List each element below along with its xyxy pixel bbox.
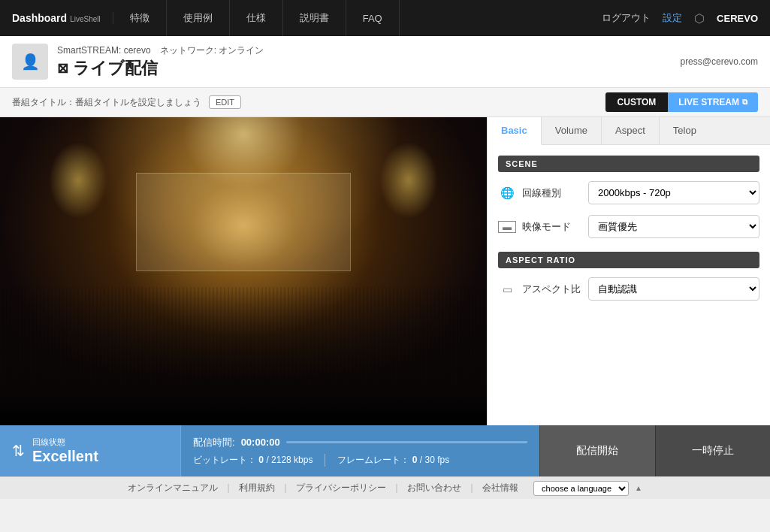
livestream-button[interactable]: LIVE STREAM ⧉ [668, 92, 758, 112]
nav-tabs: 特徴 使用例 仕様 説明書 FAQ [113, 0, 602, 36]
footer-sep-3: ｜ [392, 482, 401, 494]
bottom-bar: ⇅ 回線状態 Excellent 配信時間: 00:00:00 ビットレート： … [0, 425, 770, 476]
livestream-label: LIVE STREAM [678, 97, 739, 107]
tab-aspect[interactable]: Aspect [602, 117, 660, 144]
footer-link-terms[interactable]: 利用規約 [239, 482, 275, 494]
footer-link-contact[interactable]: お問い合わせ [407, 482, 461, 494]
footer-link-manual[interactable]: オンラインマニュアル [128, 482, 218, 494]
bitrate-stat: ビットレート： 0 / 2128 kbps [193, 454, 325, 467]
title-icon: ⊠ [57, 60, 68, 77]
time-value: 00:00:00 [241, 437, 280, 448]
framerate-stat: フレームレート： 0 / 30 fps [337, 454, 449, 467]
brand-name: CEREVO [717, 13, 758, 24]
nav-tab-manual[interactable]: 説明書 [283, 0, 346, 36]
subheader-left: 👤 SmartSTREAM: cerevo ネットワーク: オンライン ⊠ ライ… [12, 44, 264, 80]
bitrate-stat-value: 0 [258, 455, 264, 465]
videomode-label: 映像モード [522, 220, 582, 234]
panel-body: SCENE 🌐 回線種別 2000kbps - 720p 500kbps - 3… [488, 145, 770, 425]
nav-tab-features[interactable]: 特徴 [113, 0, 167, 36]
aspect-icon: ▭ [498, 283, 516, 295]
settings-button[interactable]: 設定 [663, 11, 682, 25]
brand-icon: ⬡ [694, 11, 705, 26]
video-icon: ▬ [498, 221, 516, 233]
signal-icon: ⇅ [12, 442, 25, 460]
field-row-videomode: ▬ 映像モード 画質優先 動き優先 標準 [498, 215, 759, 238]
nav-tab-usage[interactable]: 使用例 [167, 0, 230, 36]
subheader-title: ⊠ ライブ配信 [57, 57, 264, 80]
language-select[interactable]: choose a language English 日本語 [533, 481, 629, 496]
status-section: ⇅ 回線状態 Excellent [0, 425, 180, 476]
bitrate-stat-max: 2128 kbps [271, 455, 313, 465]
stream-stats: ビットレート： 0 / 2128 kbps フレームレート： 0 / 30 fp… [193, 454, 527, 467]
scene-section-header: SCENE [498, 156, 759, 172]
stream-info: 配信時間: 00:00:00 ビットレート： 0 / 2128 kbps フレー… [180, 425, 539, 476]
subheader: 👤 SmartSTREAM: cerevo ネットワーク: オンライン ⊠ ライ… [0, 36, 770, 88]
pause-button[interactable]: 一時停止 [655, 425, 771, 476]
avatar: 👤 [12, 44, 48, 80]
right-panel: Basic Volume Aspect Telop SCENE 🌐 回線種別 2… [487, 117, 770, 425]
footer: オンラインマニュアル ｜ 利用規約 ｜ プライバシーポリシー ｜ お問い合わせ … [0, 476, 770, 499]
custom-button[interactable]: CUSTOM [605, 92, 669, 112]
nav-right: ログアウト 設定 ⬡ CEREVO [602, 11, 770, 26]
external-link-icon: ⧉ [742, 98, 747, 107]
videomode-select[interactable]: 画質優先 動き優先 標準 [588, 215, 759, 238]
video-background [0, 117, 487, 425]
field-row-aspect: ▭ アスペクト比 自動認識 4:3 16:9 1:1 [498, 277, 759, 301]
subheader-meta: SmartSTREAM: cerevo ネットワーク: オンライン [57, 44, 264, 57]
framerate-stat-label: フレームレート： [337, 455, 409, 465]
stage-lights-left [49, 142, 107, 219]
tab-basic[interactable]: Basic [488, 117, 542, 145]
status-info: 回線状態 Excellent [32, 437, 98, 465]
action-buttons-bar: 配信開始 一時停止 [539, 425, 770, 476]
main-content: Basic Volume Aspect Telop SCENE 🌐 回線種別 2… [0, 117, 770, 425]
start-button[interactable]: 配信開始 [539, 425, 655, 476]
bitrate-label: 回線種別 [522, 186, 582, 200]
footer-sep-1: ｜ [224, 482, 233, 494]
video-area [0, 117, 487, 425]
framerate-stat-max: 30 fps [424, 455, 449, 465]
aspect-select[interactable]: 自動認識 4:3 16:9 1:1 [588, 277, 759, 301]
subheader-info: SmartSTREAM: cerevo ネットワーク: オンライン ⊠ ライブ配… [57, 44, 264, 80]
tab-telop[interactable]: Telop [660, 117, 710, 144]
time-label: 配信時間: [193, 436, 235, 449]
globe-icon: 🌐 [498, 186, 516, 200]
program-label: 番組タイトル：番組タイトルを設定しましょう [12, 96, 201, 109]
panel-tabs: Basic Volume Aspect Telop [488, 117, 770, 145]
aspect-section-header: ASPECT RATIO [498, 252, 759, 268]
footer-link-company[interactable]: 会社情報 [482, 482, 518, 494]
program-info: 番組タイトル：番組タイトルを設定しましょう EDIT [12, 95, 241, 109]
logo-sub: LiveShell [70, 15, 101, 23]
bitrate-stat-label: ビットレート： [193, 455, 256, 465]
program-bar: 番組タイトル：番組タイトルを設定しましょう EDIT CUSTOM LIVE S… [0, 88, 770, 117]
crowd-silhouettes [0, 287, 487, 410]
user-email: press@cerevo.com [680, 56, 758, 67]
time-progress-bar [286, 441, 527, 443]
status-value: Excellent [32, 448, 98, 465]
edit-button[interactable]: EDIT [209, 95, 241, 109]
footer-sep-4: ｜ [467, 482, 476, 494]
field-row-bitrate: 🌐 回線種別 2000kbps - 720p 500kbps - 360p 10… [498, 181, 759, 204]
stream-time-row: 配信時間: 00:00:00 [193, 436, 527, 449]
nav-logo: Dashboard LiveShell [0, 12, 113, 24]
logo-text: Dashboard [12, 12, 67, 24]
action-buttons: CUSTOM LIVE STREAM ⧉ [605, 92, 758, 112]
page-title: ライブ配信 [73, 57, 158, 80]
aspect-label: アスペクト比 [522, 283, 582, 296]
tab-volume[interactable]: Volume [542, 117, 602, 144]
footer-link-privacy[interactable]: プライバシーポリシー [296, 482, 386, 494]
status-label: 回線状態 [32, 437, 98, 448]
top-nav: Dashboard LiveShell 特徴 使用例 仕様 説明書 FAQ ログ… [0, 0, 770, 36]
stage-lights-right [379, 142, 438, 219]
framerate-stat-value: 0 [412, 455, 418, 465]
logout-button[interactable]: ログアウト [602, 11, 651, 25]
footer-sep-2: ｜ [281, 482, 290, 494]
nav-tab-spec[interactable]: 仕様 [230, 0, 283, 36]
bitrate-select[interactable]: 2000kbps - 720p 500kbps - 360p 1000kbps … [588, 181, 759, 204]
lang-chevron-icon: ▲ [635, 484, 642, 492]
nav-tab-faq[interactable]: FAQ [346, 0, 400, 36]
